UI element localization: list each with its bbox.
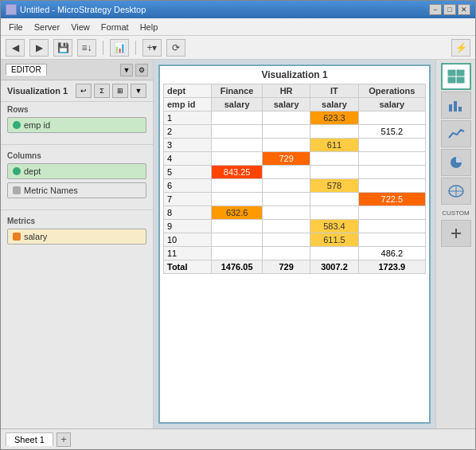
- table-cell: [358, 220, 425, 233]
- table-row: 7722.5: [164, 193, 426, 206]
- data-button[interactable]: ≡↓: [77, 39, 96, 57]
- bar-chart-icon[interactable]: [441, 92, 471, 119]
- sum-button[interactable]: Σ: [94, 84, 110, 98]
- close-button[interactable]: ✕: [458, 4, 470, 15]
- table-row: 4729: [164, 152, 426, 166]
- minimize-button[interactable]: −: [429, 4, 442, 15]
- grid-view-icon[interactable]: [441, 63, 471, 90]
- table-cell: [262, 139, 310, 152]
- table-cell: [212, 125, 263, 139]
- table-cell: 578: [310, 179, 358, 193]
- table-cell: 10: [164, 233, 212, 247]
- table-cell: 486.2: [358, 247, 425, 260]
- filter-icon[interactable]: ▼: [120, 64, 133, 76]
- svg-rect-0: [448, 70, 455, 76]
- table-cell: 632.6: [212, 206, 263, 220]
- left-panel: EDITOR ▼ ⚙ Visualization 1 ↩ Σ ⊞ ▼ Rows: [1, 60, 154, 428]
- salary-icon: [13, 233, 21, 241]
- dept-field[interactable]: dept: [7, 163, 146, 179]
- table-cell: 611: [310, 139, 358, 152]
- center-area: Visualization 1 dept Finance HR IT Opera…: [154, 60, 435, 428]
- app-window: Untitled - MicroStrategy Desktop − □ ✕ F…: [0, 0, 476, 450]
- menu-help[interactable]: Help: [135, 21, 163, 33]
- viz-action-buttons: ↩ Σ ⊞ ▼: [76, 84, 146, 98]
- table-row: 6578: [164, 179, 426, 193]
- extra-button[interactable]: ⚡: [451, 39, 470, 57]
- back-button[interactable]: ◀: [6, 39, 25, 57]
- sheet-tab-1[interactable]: Sheet 1: [6, 432, 53, 446]
- window-controls: − □ ✕: [429, 4, 470, 15]
- menu-format[interactable]: Format: [96, 21, 134, 33]
- chart-button[interactable]: 📊: [110, 39, 129, 57]
- map-icon[interactable]: [441, 178, 471, 205]
- table-cell: 583.4: [310, 220, 358, 233]
- panel-header-icons: ▼ ⚙: [120, 64, 148, 76]
- dropdown-button[interactable]: ▼: [131, 84, 146, 98]
- menu-view[interactable]: View: [66, 21, 95, 33]
- table-cell: [262, 125, 310, 139]
- emp-id-field[interactable]: emp id: [7, 117, 146, 133]
- settings-icon[interactable]: ⚙: [135, 64, 148, 76]
- custom-add-icon[interactable]: [441, 220, 471, 247]
- svg-rect-2: [448, 77, 455, 83]
- table-cell: [212, 193, 263, 206]
- table-cell: [212, 152, 263, 166]
- pie-chart-icon[interactable]: [441, 149, 471, 176]
- menu-bar: File Server View Format Help: [1, 18, 475, 36]
- visualization-container: Visualization 1 dept Finance HR IT Opera…: [158, 65, 431, 424]
- undo-button[interactable]: ↩: [76, 84, 92, 98]
- table-cell: [310, 166, 358, 179]
- menu-server[interactable]: Server: [29, 21, 64, 33]
- finance-salary-header: salary: [212, 98, 263, 112]
- metrics-label: Metrics: [1, 213, 153, 227]
- total-row: Total 1476.05 729 3007.2 1723.9: [164, 260, 426, 274]
- refresh-button[interactable]: ⟳: [166, 39, 185, 57]
- table-cell: [212, 233, 263, 247]
- table-row: 9583.4: [164, 220, 426, 233]
- toolbar: ◀ ▶ 💾 ≡↓ 📊 +▾ ⟳ ⚡: [1, 36, 475, 60]
- dept-icon: [13, 167, 21, 175]
- hr-col-header: HR: [262, 84, 310, 98]
- add-button[interactable]: +▾: [142, 39, 162, 57]
- table-cell: [358, 152, 425, 166]
- panel-header: EDITOR ▼ ⚙: [1, 60, 153, 80]
- table-cell: [310, 193, 358, 206]
- table-cell: [212, 247, 263, 260]
- chart-type-button[interactable]: ⊞: [112, 84, 128, 98]
- salary-field[interactable]: salary: [7, 229, 146, 245]
- divider2: [1, 209, 153, 210]
- table-cell: [262, 206, 310, 220]
- table-cell: 729: [262, 152, 310, 166]
- line-chart-icon[interactable]: [441, 120, 471, 147]
- ops-salary-header: salary: [358, 98, 425, 112]
- table-cell: 8: [164, 206, 212, 220]
- table-cell: 1: [164, 112, 212, 125]
- metric-names-label: Metric Names: [24, 186, 78, 195]
- editor-tab[interactable]: EDITOR: [6, 64, 47, 76]
- table-cell: [262, 193, 310, 206]
- table-row: 3611: [164, 139, 426, 152]
- metric-names-icon: [13, 186, 21, 194]
- toolbar-sep2: [135, 41, 136, 55]
- save-button[interactable]: 💾: [53, 39, 72, 57]
- table-cell: [262, 247, 310, 260]
- table-cell: [262, 166, 310, 179]
- metric-names-field[interactable]: Metric Names: [7, 182, 146, 198]
- columns-label: Columns: [1, 148, 153, 162]
- table-cell: [212, 139, 263, 152]
- menu-file[interactable]: File: [4, 21, 28, 33]
- table-cell: [262, 233, 310, 247]
- table-cell: 6: [164, 179, 212, 193]
- table-row: 1623.3: [164, 112, 426, 125]
- table-cell: 3: [164, 139, 212, 152]
- toolbar-sep1: [103, 41, 103, 55]
- maximize-button[interactable]: □: [443, 4, 456, 15]
- it-col-header: IT: [310, 84, 358, 98]
- add-sheet-button[interactable]: +: [57, 432, 71, 447]
- table-cell: 2: [164, 125, 212, 139]
- title-bar: Untitled - MicroStrategy Desktop − □ ✕: [1, 1, 475, 18]
- table-cell: [262, 179, 310, 193]
- emp-id-icon: [13, 121, 21, 129]
- forward-button[interactable]: ▶: [29, 39, 49, 57]
- table-cell: [358, 206, 425, 220]
